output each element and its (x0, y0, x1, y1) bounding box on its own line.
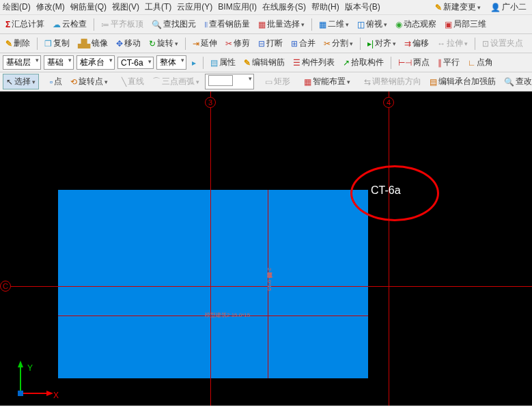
delete-icon: ✎ (5, 39, 12, 48)
drawing-canvas[interactable]: 3 4 C 模型建筑2 15.0*15 模型建筑2 15.0*15 CT-6a … (0, 92, 532, 406)
select-button[interactable]: ↖选择▾ (3, 74, 39, 89)
rotpoint-button[interactable]: ⟲旋转点▾ (68, 74, 111, 89)
cloud-check-button[interactable]: ☁云检查 (50, 17, 89, 31)
user-label: 广小二 (502, 1, 527, 13)
parallel-button[interactable]: ∥平行 (435, 55, 462, 70)
persp-label: 俯视 (366, 18, 382, 30)
search-icon: 🔍 (152, 20, 162, 29)
color-select[interactable] (205, 74, 254, 89)
batch-button[interactable]: ▦批量选择▾ (255, 17, 307, 31)
pick-button[interactable]: ↗拾取构件 (340, 55, 387, 70)
pointangle-button[interactable]: ∟点角 (465, 55, 496, 70)
flatboard-label: 平齐板顶 (111, 18, 143, 30)
sum-button[interactable]: Σ汇总计算 (3, 17, 47, 31)
floor-select[interactable]: 基础层 (3, 55, 41, 70)
mini-button[interactable]: ▸ (189, 57, 199, 69)
view2d-label: 二维 (328, 18, 344, 30)
menu-modify[interactable]: 修改(M) (36, 1, 65, 13)
smart-button[interactable]: ▦智能布置▾ (301, 74, 353, 89)
grid-bubble-4: 4 (383, 97, 394, 108)
cloud-icon: ☁ (53, 20, 61, 29)
element-slab[interactable] (58, 190, 368, 378)
trim-button[interactable]: ✂修剪 (223, 36, 253, 51)
find-button[interactable]: 🔍查找图元 (149, 17, 199, 31)
find-label: 查找图元 (163, 18, 196, 30)
dynview-button[interactable]: ◉动态观察 (393, 17, 439, 31)
copy-icon: ❐ (44, 39, 52, 48)
menu-help[interactable]: 帮助(H) (311, 1, 339, 13)
editplat-button[interactable]: ▤编辑承台加强筋 (427, 74, 499, 89)
view2d-button[interactable]: ▦二维▾ (316, 17, 352, 31)
local3d-label: 局部三维 (453, 18, 486, 30)
toolbar-modify: ✎删除 ❐复制 ▟▙镜像 ✥移动 ↻旋转▾ ⇥延伸 ✂修剪 ⊟打断 ⊞合并 ✂分… (0, 34, 532, 53)
subcategory-select[interactable]: 桩承台 (76, 55, 115, 70)
delete-button[interactable]: ✎删除 (3, 36, 33, 51)
svg-marker-1 (18, 361, 23, 367)
local3d-button[interactable]: ▣局部三维 (442, 17, 489, 31)
arc3-button[interactable]: ⌒三点画弧▾ (150, 74, 202, 89)
join-label: 合并 (299, 38, 316, 49)
menu-draw[interactable]: 绘图(D) (3, 1, 31, 13)
flatboard-button[interactable]: ≔平齐板顶 (98, 17, 146, 31)
scope-select[interactable]: 整体 (156, 55, 186, 70)
dimension-text: 模型建筑2 15.0*15 (205, 311, 250, 319)
dynview-label: 动态观察 (404, 18, 436, 30)
user-menu[interactable]: 👤广小二 (488, 0, 529, 14)
select-label: 选择 (14, 76, 31, 87)
mirror-button[interactable]: ▟▙镜像 (75, 36, 111, 51)
split-button[interactable]: ✂分割▾ (321, 36, 356, 51)
smart-label: 智能布置 (313, 76, 346, 87)
menu-bar: 绘图(D) 修改(M) 钢筋量(Q) 视图(V) 工具(T) 云应用(Y) BI… (0, 0, 532, 15)
complist-button[interactable]: ☰构件列表 (290, 55, 337, 70)
menu-bim[interactable]: BIM应用(I) (218, 1, 257, 13)
grips-button[interactable]: ⊡设置夹点 (479, 36, 526, 51)
break-button[interactable]: ⊟打断 (255, 36, 285, 51)
menu-tools[interactable]: 工具(T) (145, 1, 171, 13)
change-button[interactable]: 🔍查改村 (501, 74, 532, 89)
rect-button[interactable]: ▭矩形 (262, 74, 293, 89)
svg-marker-3 (46, 391, 53, 396)
extend-icon: ⇥ (193, 39, 199, 48)
component-select[interactable]: CT-6a (117, 57, 154, 69)
perspective-button[interactable]: ◫俯视▾ (354, 17, 390, 31)
separator (475, 38, 475, 50)
separator (94, 18, 94, 31)
grips-label: 设置夹点 (490, 38, 523, 49)
align-button[interactable]: ▸|对齐▾ (365, 36, 399, 51)
menu-version[interactable]: 版本号(B) (345, 1, 380, 13)
menu-online[interactable]: 在线服务(S) (262, 1, 306, 13)
rect-label: 矩形 (274, 76, 290, 87)
offset-button[interactable]: ⇉偏移 (402, 36, 432, 51)
move-button[interactable]: ✥移动 (113, 36, 143, 51)
rotate-button[interactable]: ↻旋转▾ (146, 36, 181, 51)
adjdir-button[interactable]: ⇆调整钢筋方向 (361, 74, 424, 89)
copy-label: 复制 (53, 38, 70, 49)
twopoint-button[interactable]: ⊢⊣两点 (395, 55, 432, 70)
arc-icon: ⌒ (152, 76, 160, 87)
copy-button[interactable]: ❐复制 (42, 36, 72, 51)
new-change-button[interactable]: ✎新建变更▾ (432, 0, 484, 14)
batch-label: 批量选择 (267, 18, 300, 30)
props-button[interactable]: ▤属性 (208, 55, 238, 70)
pointangle-label: 点角 (477, 57, 493, 68)
line-button[interactable]: ╲直线 (119, 74, 147, 89)
editbar-button[interactable]: ✎编辑钢筋 (241, 55, 288, 70)
join-button[interactable]: ⊞合并 (288, 36, 318, 51)
point-icon: ▫ (50, 77, 53, 87)
menu-view[interactable]: 视图(V) (112, 1, 139, 13)
stretch-button[interactable]: ↔拉伸▾ (434, 36, 471, 51)
line-label: 直线 (128, 76, 144, 87)
stretch-icon: ↔ (437, 39, 445, 48)
rotpoint-label: 旋转点 (79, 76, 103, 87)
break-label: 打断 (266, 38, 283, 49)
menu-cloud[interactable]: 云应用(Y) (177, 1, 212, 13)
extend-button[interactable]: ⇥延伸 (190, 36, 220, 51)
category-select[interactable]: 基础 (44, 55, 74, 70)
point-button[interactable]: ▫点 (47, 74, 65, 89)
toolbar-main: Σ汇总计算 ☁云检查 ≔平齐板顶 🔍查找图元 ⫴查看钢筋量 ▦批量选择▾ ▦二维… (0, 15, 532, 34)
new-change-label: 新建变更 (443, 1, 476, 13)
parallel-icon: ∥ (438, 58, 442, 68)
menu-rebar[interactable]: 钢筋量(Q) (70, 1, 107, 13)
offset-label: 偏移 (412, 38, 429, 49)
viewbar-button[interactable]: ⫴查看钢筋量 (201, 17, 253, 31)
